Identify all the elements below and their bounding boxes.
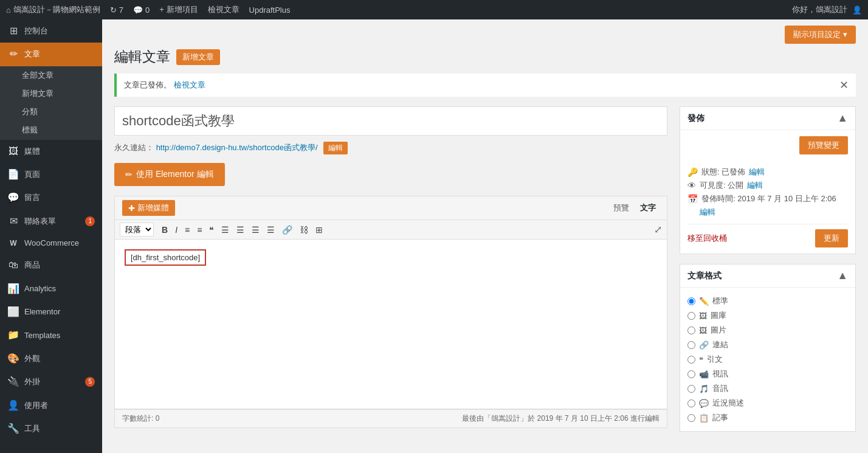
admin-bar-updraftplus[interactable]: UpdraftPlus [249, 5, 291, 15]
comments-menu-icon: 💬 [7, 191, 19, 204]
editor-content[interactable]: [dh_first_shortcode] [114, 239, 667, 409]
publish-time-row: 📅 發佈時間: 2019 年 7 月 10 日上午 2:06 [687, 193, 848, 204]
format-label-aside[interactable]: 近況簡述 [712, 398, 744, 409]
sidebar-item-elementor[interactable]: ⬜ Elementor [0, 300, 102, 323]
align-right-button[interactable]: ☰ [249, 224, 263, 235]
format-option-note: 📋記事 [687, 410, 848, 425]
edit-permalink-button[interactable]: 編輯 [323, 142, 348, 154]
format-label-note[interactable]: 記事 [712, 412, 728, 423]
media-toolbar: ✚ 新增媒體 預覽 文字 [114, 196, 667, 220]
align-full-button[interactable]: ☰ [264, 224, 278, 235]
status-edit-link[interactable]: 編輯 [749, 167, 765, 178]
format-radio-quote[interactable] [687, 356, 695, 364]
trash-link[interactable]: 移至回收桶 [687, 233, 727, 244]
sidebar-item-pages[interactable]: 📄 頁面 [0, 163, 102, 186]
editor-tabs: 預覽 文字 [610, 201, 660, 215]
main-editor: 永久連結： http://demo7.design-hu.tw/shortcod… [114, 106, 667, 428]
format-label-video[interactable]: 視訊 [712, 368, 728, 379]
format-label-audio[interactable]: 音訊 [712, 383, 728, 394]
visibility-icon: 👁 [687, 181, 696, 190]
notice-close-button[interactable]: ✕ [839, 78, 849, 92]
pages-icon: 📄 [7, 168, 19, 181]
align-left-button[interactable]: ☰ [218, 224, 232, 235]
paragraph-select[interactable]: 段落 [120, 223, 154, 237]
admin-bar-user[interactable]: 你好，鴿嵩設計 👤 [792, 4, 862, 15]
format-option-link: 🔗連結 [687, 337, 848, 352]
elementor-edit-button[interactable]: ✏ 使用 Elementor 編輯 [114, 163, 225, 186]
format-radio-video[interactable] [687, 370, 695, 378]
sidebar-item-templates-label: Templates [24, 330, 60, 341]
admin-bar-updates[interactable]: ↻ 7 [110, 5, 123, 15]
format-radio-link[interactable] [687, 341, 695, 349]
sidebar-item-all-posts[interactable]: 全部文章 [0, 66, 102, 85]
sidebar-item-posts[interactable]: ✏ 文章 [0, 43, 102, 66]
permalink-url[interactable]: http://demo7.design-hu.tw/shortcode函式教學/ [156, 143, 318, 152]
sidebar-item-plugins[interactable]: 🔌 外掛 5 [0, 370, 102, 393]
link-button[interactable]: 🔗 [279, 224, 295, 235]
preview-changes-button[interactable]: 預覽變更 [799, 136, 848, 154]
sidebar-item-tags[interactable]: 標籤 [0, 121, 102, 139]
ordered-list-button[interactable]: ≡ [194, 224, 205, 235]
post-title-input[interactable] [114, 106, 667, 136]
format-label-standard[interactable]: 標準 [712, 296, 728, 306]
format-radio-gallery[interactable] [687, 312, 695, 320]
align-center-button[interactable]: ☰ [233, 224, 247, 235]
all-posts-label: 全部文章 [22, 70, 53, 81]
publish-box: 發佈 ▲ 預覽變更 🔑 狀態: 已發佈 編輯 [680, 106, 856, 254]
posts-icon: ✏ [7, 47, 19, 61]
update-button[interactable]: 更新 [815, 229, 848, 247]
sidebar-item-templates[interactable]: 📁 Templates [0, 323, 102, 347]
display-options-button[interactable]: 顯示項目設定 ▾ [785, 26, 856, 44]
format-radio-aside[interactable] [687, 399, 695, 407]
publish-box-title: 發佈 [687, 113, 704, 124]
tab-text[interactable]: 文字 [636, 201, 660, 215]
sidebar-item-appearance[interactable]: 🎨 外觀 [0, 347, 102, 370]
sidebar-item-products[interactable]: 🛍 商品 [0, 254, 102, 277]
word-count: 字數統計: 0 [122, 413, 159, 424]
sidebar-item-woocommerce[interactable]: W WooCommerce [0, 233, 102, 254]
format-icon-image: 🖼 [699, 326, 707, 335]
new-post-button[interactable]: 新增文章 [176, 49, 220, 65]
add-media-button[interactable]: ✚ 新增媒體 [122, 200, 175, 216]
contact-icon: ✉ [7, 215, 19, 228]
format-radio-standard[interactable] [687, 297, 695, 305]
format-radio-note[interactable] [687, 414, 695, 422]
admin-bar-new-item[interactable]: + 新增項目 [159, 4, 198, 15]
sidebar-item-media[interactable]: 🖼 媒體 [0, 140, 102, 163]
publish-time-edit-link[interactable]: 編輯 [700, 207, 715, 216]
format-radio-audio[interactable] [687, 385, 695, 393]
format-label-gallery[interactable]: 圖庫 [711, 310, 726, 321]
expand-editor-button[interactable]: ⤢ [654, 224, 662, 235]
format-label-quote[interactable]: 引文 [707, 354, 723, 365]
admin-bar-view-post[interactable]: 檢視文章 [208, 4, 239, 15]
sidebar-item-comments[interactable]: 💬 留言 [0, 186, 102, 209]
italic-button[interactable]: I [172, 224, 181, 235]
table-button[interactable]: ⊞ [312, 224, 326, 235]
admin-bar-site-link[interactable]: ⌂ 鴿嵩設計－購物網站範例 [6, 4, 100, 15]
sidebar-item-elementor-label: Elementor [24, 306, 60, 317]
unordered-list-button[interactable]: ≡ [182, 224, 193, 235]
tab-preview[interactable]: 預覽 [610, 201, 633, 215]
sidebar-item-dashboard[interactable]: ⊞ 控制台 [0, 19, 102, 43]
format-icon-video: 📹 [699, 370, 709, 379]
products-icon: 🛍 [7, 258, 19, 272]
format-label-link[interactable]: 連結 [712, 339, 728, 350]
elementor-edit-icon: ✏ [125, 170, 133, 179]
blockquote-button[interactable]: ❝ [206, 224, 217, 235]
format-radio-image[interactable] [687, 327, 695, 334]
view-post-link[interactable]: 檢視文章 [174, 80, 205, 89]
sidebar-item-categories[interactable]: 分類 [0, 103, 102, 121]
sidebar-item-users[interactable]: 👤 使用者 [0, 394, 102, 417]
publish-box-toggle[interactable]: ▲ [837, 112, 848, 125]
sidebar-item-add-new[interactable]: 新增文章 [0, 85, 102, 103]
unlink-button[interactable]: ⛓ [297, 224, 311, 235]
format-label-image[interactable]: 圖片 [711, 325, 726, 336]
sidebar-item-tools[interactable]: 🔧 工具 [0, 417, 102, 440]
sidebar-item-contact[interactable]: ✉ 聯絡表單 1 [0, 210, 102, 233]
visibility-edit-link[interactable]: 編輯 [747, 180, 763, 191]
sidebar-item-analytics[interactable]: 📊 Analytics [0, 277, 102, 300]
admin-bar-comments[interactable]: 💬 0 [133, 5, 150, 15]
bold-button[interactable]: B [159, 224, 171, 235]
format-box-toggle[interactable]: ▲ [837, 269, 848, 282]
sidebar-item-dashboard-label: 控制台 [24, 26, 48, 36]
